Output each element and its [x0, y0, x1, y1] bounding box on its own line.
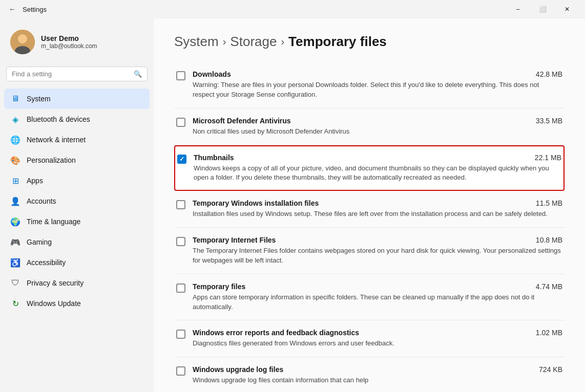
window-title: Settings	[23, 6, 47, 13]
sidebar-item-accounts[interactable]: 👤Accounts	[4, 191, 150, 211]
checkbox-wrap-internet-files	[176, 237, 185, 246]
file-desc-windows-install: Installation files used by Windows setup…	[193, 209, 562, 219]
sidebar-item-network[interactable]: 🌐Network & internet	[4, 129, 150, 150]
file-name-defender: Microsoft Defender Antivirus	[193, 117, 291, 125]
checkbox-wrap-downloads	[176, 71, 185, 80]
user-name: User Demo	[41, 34, 97, 42]
title-bar: ← Settings – ⬜ ✕	[0, 0, 585, 18]
file-size-error-reports: 1.02 MB	[536, 329, 562, 337]
file-name-thumbnails: Thumbnails	[194, 154, 234, 162]
file-desc-downloads: Warning: These are files in your persona…	[193, 80, 562, 100]
avatar	[10, 30, 35, 54]
search-box[interactable]: 🔍	[6, 67, 148, 81]
checkbox-thumbnails[interactable]	[177, 155, 186, 164]
sidebar-item-accessibility[interactable]: ♿Accessibility	[4, 252, 150, 273]
file-list: Downloads42.8 MBWarning: These are files…	[174, 62, 565, 392]
sidebar: User Demo m_lab@outlook.com 🔍 🖥System◈Bl…	[0, 18, 154, 392]
file-desc-defender: Non critical files used by Microsoft Def…	[193, 127, 562, 137]
breadcrumb-storage[interactable]: Storage	[230, 34, 277, 50]
user-profile[interactable]: User Demo m_lab@outlook.com	[4, 25, 150, 59]
update-icon: ↻	[10, 298, 20, 309]
time-label: Time & language	[27, 217, 80, 226]
file-desc-internet-files: The Temporary Internet Files folder cont…	[193, 246, 562, 266]
breadcrumb-sep-1: ›	[223, 36, 226, 48]
apps-icon: ⊞	[10, 176, 20, 186]
search-input[interactable]	[12, 70, 130, 78]
file-desc-thumbnails: Windows keeps a copy of all of your pict…	[194, 164, 561, 183]
file-info-temp-files: Temporary files4.74 MBApps can store tem…	[193, 282, 562, 312]
sidebar-item-update[interactable]: ↻Windows Update	[4, 293, 150, 314]
checkbox-wrap-temp-files	[176, 284, 185, 293]
file-size-windows-install: 11.5 MB	[536, 199, 562, 207]
sidebar-item-personalization[interactable]: 🎨Personalization	[4, 150, 150, 170]
breadcrumb-sep-2: ›	[281, 36, 284, 48]
accessibility-label: Accessibility	[27, 258, 66, 267]
file-name-windows-install: Temporary Windows installation files	[193, 199, 319, 207]
file-item-downloads: Downloads42.8 MBWarning: These are files…	[174, 62, 565, 108]
file-header-windows-install: Temporary Windows installation files11.5…	[193, 199, 562, 207]
file-name-downloads: Downloads	[193, 70, 231, 78]
sidebar-item-system[interactable]: 🖥System	[4, 89, 150, 109]
file-name-upgrade-log: Windows upgrade log files	[193, 365, 283, 374]
user-email: m_lab@outlook.com	[41, 42, 97, 50]
file-size-thumbnails: 22.1 MB	[535, 154, 561, 162]
svg-point-1	[18, 34, 27, 43]
file-item-error-reports: Windows error reports and feedback diagn…	[174, 320, 565, 357]
file-size-upgrade-log: 724 KB	[539, 365, 562, 374]
file-info-defender: Microsoft Defender Antivirus33.5 MBNon c…	[193, 117, 562, 137]
file-desc-upgrade-log: Windows upgrade log files contain inform…	[193, 376, 562, 385]
maximize-button[interactable]: ⬜	[531, 2, 554, 17]
breadcrumb-current: Temporary files	[288, 34, 387, 50]
file-info-error-reports: Windows error reports and feedback diagn…	[193, 329, 562, 349]
checkbox-temp-files[interactable]	[176, 284, 185, 293]
accounts-icon: 👤	[10, 196, 20, 206]
checkbox-wrap-windows-install	[176, 200, 185, 209]
checkbox-downloads[interactable]	[176, 71, 185, 80]
file-header-downloads: Downloads42.8 MB	[193, 70, 562, 78]
file-item-windows-install: Temporary Windows installation files11.5…	[174, 191, 565, 228]
file-item-defender: Microsoft Defender Antivirus33.5 MBNon c…	[174, 108, 565, 145]
close-button[interactable]: ✕	[555, 2, 579, 17]
breadcrumb-system[interactable]: System	[174, 34, 219, 50]
bluetooth-icon: ◈	[10, 114, 20, 124]
sidebar-item-bluetooth[interactable]: ◈Bluetooth & devices	[4, 109, 150, 129]
checkbox-windows-install[interactable]	[176, 200, 185, 209]
sidebar-item-gaming[interactable]: 🎮Gaming	[4, 232, 150, 252]
window-controls: – ⬜ ✕	[506, 2, 579, 17]
time-icon: 🌍	[10, 216, 20, 227]
file-info-windows-install: Temporary Windows installation files11.5…	[193, 199, 562, 219]
checkbox-wrap-error-reports	[176, 330, 185, 339]
bluetooth-label: Bluetooth & devices	[27, 115, 90, 123]
file-size-downloads: 42.8 MB	[536, 70, 562, 78]
sidebar-item-time[interactable]: 🌍Time & language	[4, 211, 150, 232]
personalization-icon: 🎨	[10, 155, 20, 165]
file-desc-temp-files: Apps can store temporary information in …	[193, 293, 562, 312]
file-info-upgrade-log: Windows upgrade log files724 KBWindows u…	[193, 365, 562, 385]
file-info-downloads: Downloads42.8 MBWarning: These are files…	[193, 70, 562, 100]
checkbox-upgrade-log[interactable]	[176, 366, 185, 376]
file-item-upgrade-log: Windows upgrade log files724 KBWindows u…	[174, 357, 565, 392]
checkbox-defender[interactable]	[176, 118, 185, 127]
file-info-internet-files: Temporary Internet Files10.8 MBThe Tempo…	[193, 236, 562, 266]
file-header-defender: Microsoft Defender Antivirus33.5 MB	[193, 117, 562, 125]
file-item-internet-files: Temporary Internet Files10.8 MBThe Tempo…	[174, 228, 565, 274]
accounts-label: Accounts	[27, 197, 56, 205]
file-header-temp-files: Temporary files4.74 MB	[193, 282, 562, 291]
checkbox-internet-files[interactable]	[176, 237, 185, 246]
sidebar-item-privacy[interactable]: 🛡Privacy & security	[4, 273, 150, 293]
back-button[interactable]: ←	[6, 3, 18, 15]
accessibility-icon: ♿	[10, 257, 20, 268]
file-item-thumbnails: Thumbnails22.1 MBWindows keeps a copy of…	[174, 145, 565, 191]
checkbox-wrap-thumbnails	[177, 155, 186, 164]
search-icon: 🔍	[134, 70, 142, 78]
checkbox-wrap-defender	[176, 118, 185, 127]
file-item-temp-files: Temporary files4.74 MBApps can store tem…	[174, 274, 565, 321]
file-size-defender: 33.5 MB	[536, 117, 562, 125]
sidebar-item-apps[interactable]: ⊞Apps	[4, 170, 150, 191]
file-name-internet-files: Temporary Internet Files	[193, 236, 276, 244]
file-name-error-reports: Windows error reports and feedback diagn…	[193, 329, 359, 337]
nav-list: 🖥System◈Bluetooth & devices🌐Network & in…	[4, 89, 150, 314]
file-header-internet-files: Temporary Internet Files10.8 MB	[193, 236, 562, 244]
checkbox-error-reports[interactable]	[176, 330, 185, 339]
minimize-button[interactable]: –	[506, 2, 530, 17]
